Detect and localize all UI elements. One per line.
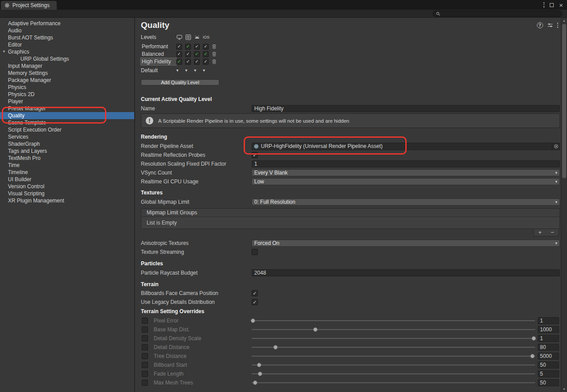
foldout-icon[interactable]: ▼ — [2, 48, 6, 55]
override-slider[interactable] — [252, 370, 535, 377]
override-slider[interactable] — [252, 353, 535, 360]
sidebar-item-timeline[interactable]: Timeline — [0, 169, 134, 176]
level-platform-checkbox[interactable]: ✓ — [176, 51, 182, 57]
override-value-field[interactable]: 50 — [538, 379, 559, 386]
global-mipmap-limit-dropdown[interactable]: 0: Full Resolution ▾ — [252, 198, 560, 206]
sidebar-item-version-control[interactable]: Version Control — [0, 183, 134, 190]
override-value-field[interactable]: 80 — [538, 344, 559, 351]
sidebar-item-preset-manager[interactable]: Preset Manager — [0, 105, 134, 112]
default-desktop-dropdown-icon[interactable]: ▾ — [176, 68, 179, 73]
sidebar-item-tags-and-layers[interactable]: Tags and Layers — [0, 147, 134, 155]
texture-streaming-checkbox[interactable] — [252, 249, 258, 255]
legacy-details-checkbox[interactable]: ✓ — [252, 299, 258, 305]
search-input[interactable] — [442, 11, 559, 16]
override-value-field[interactable]: 5 — [538, 370, 559, 377]
level-platform-checkbox[interactable]: ✓ — [176, 44, 182, 50]
override-slider[interactable] — [252, 326, 535, 333]
maximize-icon[interactable] — [550, 3, 554, 7]
scrollbar-up-icon[interactable]: ▲ — [561, 19, 567, 22]
level-platform-checkbox[interactable]: ✓ — [185, 51, 191, 57]
slider-handle[interactable] — [253, 380, 257, 385]
level-platform-checkbox[interactable]: ✓ — [194, 51, 200, 57]
override-checkbox[interactable] — [142, 326, 148, 333]
scrollbar-thumb[interactable] — [562, 24, 566, 178]
billboards-face-camera-checkbox[interactable]: ✓ — [252, 290, 258, 296]
project-settings-tab[interactable]: Project Settings — [1, 1, 57, 10]
override-value-field[interactable]: 1 — [538, 335, 559, 342]
sidebar-item-quality[interactable]: Quality — [0, 112, 134, 119]
sidebar-item-physics-2d[interactable]: Physics 2D — [0, 91, 134, 98]
level-platform-checkbox[interactable]: ✓ — [194, 59, 200, 65]
level-platform-checkbox[interactable]: ✓ — [203, 51, 209, 57]
sidebar-item-physics[interactable]: Physics — [0, 84, 134, 91]
level-platform-checkbox[interactable]: ✓ — [176, 59, 182, 65]
sidebar-item-graphics[interactable]: ▼Graphics — [0, 48, 134, 55]
sidebar-item-adaptive-performance[interactable]: Adaptive Performance — [0, 20, 134, 27]
override-checkbox[interactable] — [142, 380, 148, 386]
quality-level-name[interactable]: High Fidelity — [141, 58, 176, 65]
window-menu-icon[interactable] — [544, 2, 545, 8]
default-ios-dropdown-icon[interactable]: ▾ — [203, 68, 205, 73]
override-checkbox[interactable] — [142, 344, 148, 350]
sidebar-item-package-manager[interactable]: Package Manager — [0, 77, 134, 84]
sidebar-item-services[interactable]: Services — [0, 133, 134, 140]
sidebar-item-audio[interactable]: Audio — [0, 27, 134, 34]
sidebar-item-scene-template[interactable]: Scene Template — [0, 119, 134, 126]
default-generic-dropdown-icon[interactable]: ▾ — [185, 68, 187, 73]
vsync-count-dropdown[interactable]: Every V Blank ▾ — [252, 169, 560, 176]
override-checkbox[interactable] — [142, 371, 148, 377]
sidebar-item-script-execution-order[interactable]: Script Execution Order — [0, 126, 134, 133]
delete-level-icon[interactable] — [212, 59, 221, 64]
override-value-field[interactable]: 1 — [538, 317, 559, 324]
override-slider[interactable] — [252, 335, 535, 342]
level-platform-checkbox[interactable]: ✓ — [194, 44, 200, 50]
add-quality-level-button[interactable]: Add Quality Level — [141, 79, 219, 85]
particle-raycast-budget-field[interactable]: 2048 — [252, 269, 560, 276]
sidebar-item-burst-aot-settings[interactable]: Burst AOT Settings — [0, 34, 134, 41]
sidebar-item-memory-settings[interactable]: Memory Settings — [0, 70, 134, 77]
sidebar-item-urp-global-settings[interactable]: URP Global Settings — [0, 55, 134, 62]
slider-handle[interactable] — [257, 363, 261, 367]
object-picker-icon[interactable] — [552, 143, 559, 150]
override-checkbox[interactable] — [142, 353, 148, 359]
override-slider[interactable] — [252, 361, 535, 369]
slider-handle[interactable] — [530, 354, 535, 358]
presets-icon[interactable] — [547, 22, 553, 28]
sidebar-item-visual-scripting[interactable]: Visual Scripting — [0, 190, 134, 197]
sidebar-item-textmesh-pro[interactable]: TextMesh Pro — [0, 155, 134, 162]
realtime-reflection-probes-checkbox[interactable]: ✓ — [252, 152, 258, 158]
vertical-scrollbar[interactable]: ▲ ▼ — [561, 18, 567, 392]
quality-level-name[interactable]: Balanced — [141, 50, 176, 58]
level-platform-checkbox[interactable]: ✓ — [203, 59, 209, 65]
list-add-button[interactable]: + — [534, 229, 546, 236]
quality-name-field[interactable]: High Fidelity — [252, 105, 560, 112]
more-icon[interactable] — [557, 22, 559, 28]
slider-handle[interactable] — [313, 327, 318, 332]
sidebar-item-input-manager[interactable]: Input Manager — [0, 62, 134, 70]
slider-handle[interactable] — [532, 336, 536, 341]
override-checkbox[interactable] — [142, 362, 148, 368]
quality-level-name[interactable]: Performant — [141, 43, 176, 50]
slider-handle[interactable] — [251, 318, 255, 323]
close-icon[interactable]: × — [559, 2, 563, 8]
override-checkbox[interactable] — [142, 335, 148, 342]
render-pipeline-asset-field[interactable]: URP-HighFidelity (Universal Render Pipel… — [252, 143, 560, 150]
override-slider[interactable] — [252, 317, 535, 324]
override-checkbox[interactable] — [142, 318, 148, 324]
level-platform-checkbox[interactable]: ✓ — [185, 59, 191, 65]
slider-handle[interactable] — [258, 372, 262, 376]
sidebar-item-time[interactable]: Time — [0, 162, 134, 169]
sidebar-item-editor[interactable]: Editor — [0, 41, 134, 48]
slider-handle[interactable] — [273, 345, 278, 349]
anisotropic-textures-dropdown[interactable]: Forced On ▾ — [252, 240, 560, 247]
sidebar-item-player[interactable]: Player — [0, 98, 134, 105]
level-platform-checkbox[interactable]: ✓ — [203, 44, 209, 50]
scrollbar-down-icon[interactable]: ▼ — [561, 388, 567, 391]
override-value-field[interactable]: 50 — [538, 361, 559, 369]
override-value-field[interactable]: 1000 — [538, 326, 559, 333]
realtime-gi-dropdown[interactable]: Low ▾ — [252, 178, 560, 185]
search-box[interactable] — [433, 11, 562, 17]
delete-level-icon[interactable] — [212, 44, 221, 49]
sidebar-item-xr-plugin-management[interactable]: XR Plugin Management — [0, 197, 134, 204]
list-remove-button[interactable]: − — [546, 229, 559, 236]
